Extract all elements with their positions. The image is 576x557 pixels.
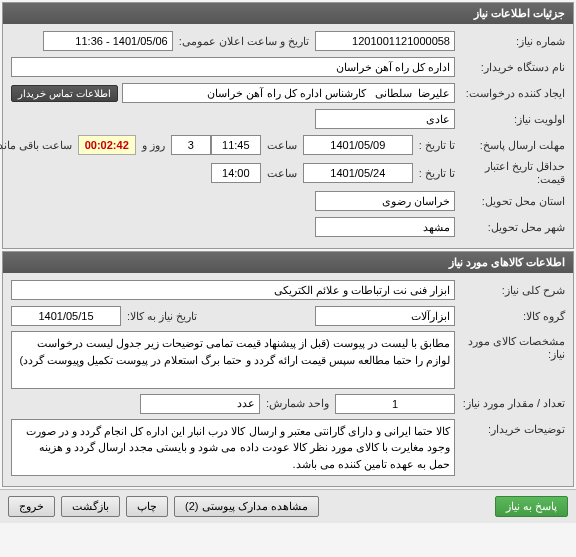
priority-field[interactable] (315, 109, 455, 129)
priority-label: اولویت نیاز: (455, 113, 565, 126)
panel1-header: جزئیات اطلاعات نیاز (3, 3, 573, 24)
need-date-label: تاریخ نیاز به کالا: (121, 310, 203, 323)
deadline-time-field[interactable] (211, 135, 261, 155)
unit-field[interactable] (140, 394, 260, 414)
group-field[interactable] (315, 306, 455, 326)
countdown-timer: 00:02:42 (78, 135, 136, 155)
price-validity-label: حداقل تاریخ اعتبار قیمت: (455, 160, 565, 186)
deadline-label: مهلت ارسال پاسخ: (455, 139, 565, 152)
need-number-field[interactable] (315, 31, 455, 51)
print-button[interactable]: چاپ (126, 496, 168, 517)
need-details-panel: جزئیات اطلاعات نیاز شماره نیاز: تاریخ و … (2, 2, 574, 249)
to-date-label: تا تاریخ : (413, 139, 455, 152)
qty-field[interactable] (335, 394, 455, 414)
days-remaining-field[interactable] (171, 135, 211, 155)
back-button[interactable]: بازگشت (61, 496, 120, 517)
buyer-label: نام دستگاه خریدار: (455, 61, 565, 74)
to-date-label2: تا تاریخ : (413, 167, 455, 180)
requester-label: ایجاد کننده درخواست: (455, 87, 565, 100)
attachments-button[interactable]: مشاهده مدارک پیوستی (2) (174, 496, 319, 517)
buyer-field[interactable] (11, 57, 455, 77)
city-field[interactable] (315, 217, 455, 237)
deadline-date-field[interactable] (303, 135, 413, 155)
notes-label: توضیحات خریدار: (455, 419, 565, 436)
spec-field[interactable]: مطابق با لیست در پیوست (قبل از پیشنهاد ق… (11, 331, 455, 389)
exit-button[interactable]: خروج (8, 496, 55, 517)
need-number-label: شماره نیاز: (455, 35, 565, 48)
hours-remaining-label: ساعت باقی مانده (0, 139, 78, 152)
price-validity-date-field[interactable] (303, 163, 413, 183)
announce-label: تاریخ و ساعت اعلان عمومی: (173, 35, 315, 48)
days-and-label: روز و (136, 139, 171, 152)
province-field[interactable] (315, 191, 455, 211)
panel2-header: اطلاعات کالاهای مورد نیاز (3, 252, 573, 273)
notes-field[interactable]: کالا حتما ایرانی و دارای گارانتی معتبر و… (11, 419, 455, 477)
desc-label: شرح کلی نیاز: (455, 284, 565, 297)
group-label: گروه کالا: (455, 310, 565, 323)
need-date-field[interactable] (11, 306, 121, 326)
goods-info-panel: اطلاعات کالاهای مورد نیاز شرح کلی نیاز: … (2, 251, 574, 487)
announce-field[interactable] (43, 31, 173, 51)
unit-label: واحد شمارش: (260, 397, 335, 410)
spec-label: مشخصات کالای مورد نیاز: (455, 331, 565, 361)
contact-button[interactable]: اطلاعات تماس خریدار (11, 85, 118, 102)
province-label: استان محل تحویل: (455, 195, 565, 208)
deadline-time-label: ساعت (261, 139, 303, 152)
city-label: شهر محل تحویل: (455, 221, 565, 234)
button-bar: پاسخ به نیاز مشاهده مدارک پیوستی (2) چاپ… (0, 489, 576, 523)
requester-field[interactable] (122, 83, 455, 103)
price-validity-time-field[interactable] (211, 163, 261, 183)
desc-field[interactable] (11, 280, 455, 300)
respond-button[interactable]: پاسخ به نیاز (495, 496, 568, 517)
price-validity-time-label: ساعت (261, 167, 303, 180)
qty-label: تعداد / مقدار مورد نیاز: (455, 397, 565, 410)
